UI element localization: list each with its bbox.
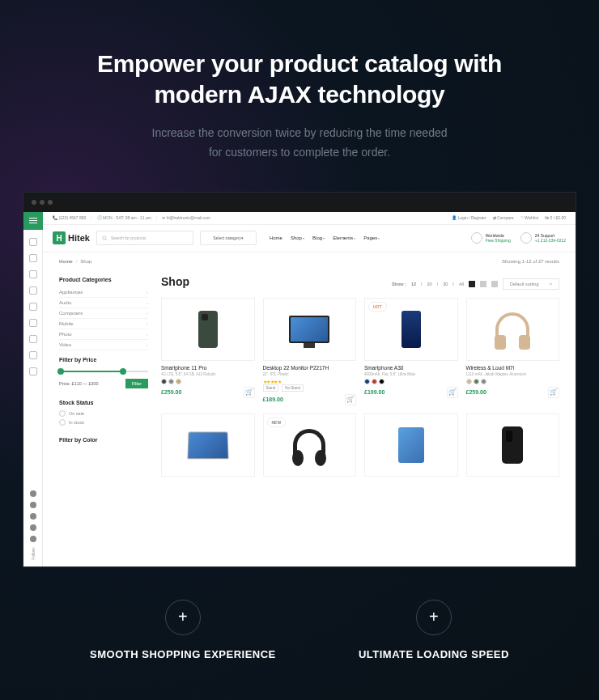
product-image-icon <box>398 427 424 463</box>
nav-pages[interactable]: Pages <box>363 235 380 240</box>
show-opt[interactable]: 30 <box>443 282 448 286</box>
rail-icon[interactable] <box>29 303 37 311</box>
color-swatches[interactable] <box>364 379 458 384</box>
svg-point-0 <box>103 235 106 239</box>
svg-line-1 <box>105 239 106 240</box>
product-image-icon <box>502 426 523 464</box>
color-swatches[interactable] <box>466 379 560 384</box>
hours-text: 🕐 MON - SAT: 08 am - 11 pm <box>97 215 151 220</box>
product-card[interactable]: Desktop 22 Monitor P2217H 22", IPS, Plas… <box>263 298 357 405</box>
results-count: Showing 1-12 of 27 results <box>502 259 559 264</box>
cart-link[interactable]: 🛍 0 / £0.00 <box>545 215 566 220</box>
rail-icon[interactable] <box>29 254 37 262</box>
color-swatches[interactable] <box>161 379 255 384</box>
new-badge: NEW <box>267 418 287 427</box>
headset-icon <box>520 232 532 244</box>
show-opt[interactable]: All <box>459 282 464 286</box>
search-icon <box>102 235 108 241</box>
stock-option[interactable]: In stock <box>59 419 148 426</box>
grid-view-icon[interactable] <box>469 281 475 287</box>
page-title: Shop <box>161 275 189 288</box>
variant-option[interactable]: No Stand <box>282 384 304 392</box>
rail-icon[interactable] <box>29 286 37 295</box>
rail-icon[interactable] <box>29 367 37 375</box>
stock-option[interactable]: On sale <box>59 410 148 417</box>
cat-item[interactable]: Audio <box>59 298 148 308</box>
social-icon[interactable] <box>30 524 36 531</box>
product-card[interactable] <box>466 414 560 481</box>
feature-label: SMOOTH SHOPPING EXPERIENCE <box>90 648 276 660</box>
topbar: 📞 (123) 4567 890 | 🕐 MON - SAT: 08 am - … <box>43 212 576 225</box>
rail-icon[interactable] <box>29 351 37 359</box>
rail-icon[interactable] <box>29 335 37 343</box>
product-image-icon <box>289 316 329 343</box>
logo[interactable]: H Hitek <box>53 231 90 244</box>
nav-shop[interactable]: Shop <box>291 235 304 240</box>
follow-label: Follow: <box>31 547 36 560</box>
rail-icon[interactable] <box>29 238 37 246</box>
product-card[interactable]: Wireless & Loud M7i 1110 mAh, Jakob Wagn… <box>466 298 560 405</box>
social-icon[interactable] <box>30 490 36 497</box>
price-range-text: Price: £110 — £300 <box>59 381 99 386</box>
show-label: Show : <box>392 282 406 286</box>
category-select[interactable]: Select category ▾ <box>200 231 257 245</box>
sort-select[interactable]: Default sorting ▾ <box>503 278 559 290</box>
product-price: £189.00 <box>263 397 283 402</box>
product-catalog: Shop Show : 12/ 20/ 30/ All Default sort… <box>161 270 559 566</box>
add-to-cart-icon[interactable]: 🛒 <box>548 387 559 398</box>
product-card[interactable]: Smartphone 11 Pro 4G LTE, 5.8", 64 GB, A… <box>161 298 255 405</box>
filter-button[interactable]: Filter <box>125 379 148 388</box>
categories-heading: Product Categories <box>59 277 148 282</box>
traffic-light-icon <box>40 200 45 205</box>
color-heading: Filter by Color <box>59 437 148 443</box>
product-price: £259.00 <box>466 389 486 395</box>
left-rail: Follow: <box>23 212 43 566</box>
rail-icon[interactable] <box>29 270 37 278</box>
price-slider[interactable] <box>59 371 148 372</box>
social-icon[interactable] <box>30 502 36 508</box>
nav-blog[interactable]: Blog <box>312 235 325 240</box>
cat-item[interactable]: Photo <box>59 329 148 340</box>
product-price: £259.00 <box>161 389 181 395</box>
list-view-icon[interactable] <box>480 281 486 287</box>
social-icon[interactable] <box>30 513 36 520</box>
product-name: Desktop 22 Monitor P2217H <box>263 365 357 371</box>
product-card[interactable]: NEW <box>263 414 357 481</box>
social-icon[interactable] <box>30 536 36 542</box>
slider-handle-icon[interactable] <box>120 368 126 375</box>
variant-option[interactable]: Stand <box>263 384 279 392</box>
slider-handle-icon[interactable] <box>57 368 64 375</box>
product-meta: 4000mAh, Flat, 5.8", Ultra Wide <box>364 372 458 376</box>
logo-mark-icon: H <box>53 231 66 244</box>
login-link[interactable]: 👤 Login / Register <box>452 215 486 220</box>
list-view-icon[interactable] <box>491 281 498 287</box>
product-meta: 1110 mAh, Jakob Wagner, Aluminium <box>466 372 560 376</box>
feature-item: + SMOOTH SHOPPING EXPERIENCE <box>90 600 276 660</box>
wishlist-link[interactable]: ♡ Wishlist <box>520 215 539 220</box>
product-card[interactable] <box>161 414 255 481</box>
compare-link[interactable]: ⇄ Compare <box>493 215 514 220</box>
cat-item[interactable]: Appliances <box>59 287 148 298</box>
add-to-cart-icon[interactable]: 🛒 <box>244 387 255 398</box>
add-to-cart-icon[interactable]: 🛒 <box>345 394 356 405</box>
nav-elements[interactable]: Elements <box>333 235 355 240</box>
product-card[interactable] <box>364 414 458 481</box>
menu-button[interactable] <box>23 212 43 230</box>
price-heading: Filter by Price <box>59 357 148 363</box>
show-opt[interactable]: 12 <box>411 282 416 286</box>
site-header: H Hitek Search for products Select categ… <box>43 225 576 252</box>
feature-label: ULTIMATE LOADING SPEED <box>359 648 509 660</box>
cat-item[interactable]: Computers <box>59 308 148 319</box>
nav-home[interactable]: Home <box>270 235 283 240</box>
logo-text: Hitek <box>68 233 90 243</box>
search-input[interactable]: Search for products <box>96 231 193 245</box>
show-opt[interactable]: 20 <box>427 282 432 286</box>
product-card[interactable]: HOT Smartphone A30 4000mAh, Flat, 5.8", … <box>364 298 458 405</box>
filter-sidebar: Product Categories Appliances Audio Comp… <box>59 270 148 566</box>
add-to-cart-icon[interactable]: 🛒 <box>447 387 458 398</box>
cat-item[interactable]: Mobile <box>59 319 148 329</box>
product-image-icon <box>198 311 218 348</box>
rail-icon[interactable] <box>29 319 37 327</box>
crumb-home[interactable]: Home <box>59 259 73 264</box>
cat-item[interactable]: Video <box>59 340 148 350</box>
